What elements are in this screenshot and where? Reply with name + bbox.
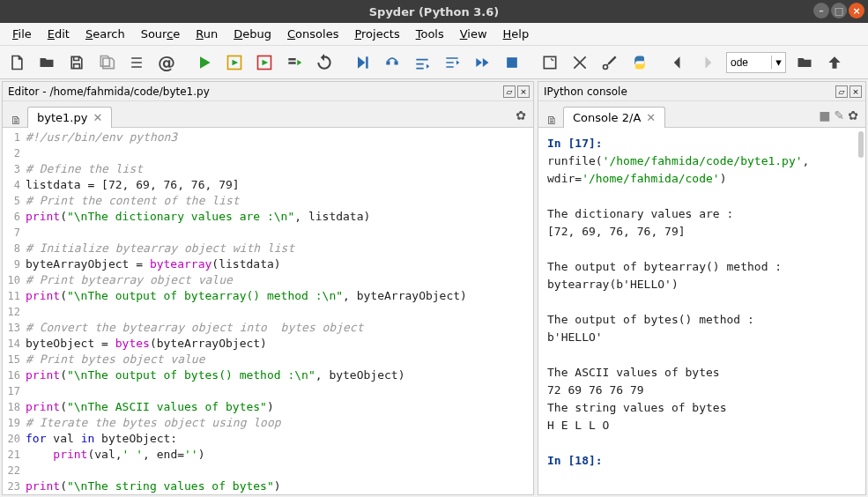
console-line — [547, 346, 857, 364]
console-undock-icon[interactable]: ▱ — [835, 85, 848, 98]
working-dir-combo[interactable]: ▾ — [726, 52, 786, 73]
editor-tab-close[interactable]: ✕ — [93, 111, 102, 124]
code-line[interactable]: 21 print(val,' ', end='') — [3, 447, 533, 463]
console-options-icon[interactable]: ✿ — [848, 108, 858, 122]
console-stop-icon[interactable]: ■ — [819, 108, 830, 122]
code-line[interactable]: 23print("\nThe string values of bytes") — [3, 478, 533, 494]
preferences-button[interactable] — [598, 51, 621, 74]
editor-options-icon[interactable]: ✿ — [516, 108, 526, 122]
tab-list-icon[interactable]: 🗎 — [8, 114, 24, 127]
working-dir-dropdown[interactable]: ▾ — [771, 56, 785, 69]
code-line[interactable]: 2 — [3, 145, 533, 161]
menu-search[interactable]: Search — [78, 24, 132, 44]
window-close-button[interactable]: × — [849, 3, 864, 19]
gutter: 4 — [3, 177, 26, 193]
open-file-button[interactable] — [35, 51, 58, 74]
code-line[interactable]: 20for val in byteObject: — [3, 431, 533, 447]
code-line[interactable]: 19# Iterate the bytes object using loop — [3, 415, 533, 431]
console-close-icon[interactable]: × — [849, 85, 862, 98]
code-line[interactable]: 16print("\nThe output of bytes() method … — [3, 367, 533, 383]
maximize-pane-button[interactable] — [538, 51, 561, 74]
python-path-button[interactable] — [628, 51, 651, 74]
debug-button[interactable] — [351, 51, 374, 74]
console-tab[interactable]: Console 2/A ✕ — [563, 107, 665, 128]
console-line: The output of bytearray() method : — [547, 258, 857, 276]
step-out-button[interactable] — [441, 51, 464, 74]
save-button[interactable] — [65, 51, 88, 74]
svg-rect-3 — [386, 61, 389, 64]
console-output[interactable]: In [17]: runfile('/home/fahmida/code/byt… — [538, 128, 865, 494]
fullscreen-button[interactable] — [568, 51, 591, 74]
code-line[interactable]: 18print("\nThe ASCII values of bytes") — [3, 399, 533, 415]
code-line[interactable]: 14byteObject = bytes(byteArrayObject) — [3, 336, 533, 352]
console-clear-icon[interactable]: ✎ — [835, 108, 845, 122]
menu-help[interactable]: Help — [496, 24, 537, 44]
menu-view[interactable]: View — [453, 24, 494, 44]
code-line[interactable]: 9byteArrayObject = bytearray(listdata) — [3, 256, 533, 272]
console-pane-title: IPython console ▱ × — [538, 82, 865, 101]
editor-tab[interactable]: byte1.py ✕ — [27, 107, 112, 128]
window-maximize-button[interactable]: □ — [831, 3, 847, 19]
back-button[interactable] — [666, 51, 689, 74]
parent-dir-button[interactable] — [823, 51, 846, 74]
run-cell-button[interactable] — [223, 51, 246, 74]
code-line[interactable]: 13# Convert the bytearray object into by… — [3, 320, 533, 336]
console-tab-list-icon[interactable]: 🗎 — [544, 114, 560, 127]
menu-consoles[interactable]: Consoles — [280, 24, 345, 44]
code-line[interactable]: 17 — [3, 383, 533, 399]
code-line[interactable]: 7 — [3, 225, 533, 241]
window-minimize-button[interactable]: – — [813, 3, 829, 19]
run-button[interactable] — [193, 51, 216, 74]
code-line[interactable]: 8# Initialize bytearray object with list — [3, 241, 533, 256]
gutter: 1 — [3, 130, 26, 145]
step-over-button[interactable] — [381, 51, 404, 74]
code-line[interactable]: 11print("\nThe output of bytearray() met… — [3, 288, 533, 304]
gutter: 15 — [3, 352, 26, 367]
outline-button[interactable] — [125, 51, 148, 74]
menu-source[interactable]: Source — [134, 24, 188, 44]
save-all-button[interactable] — [95, 51, 118, 74]
code-line[interactable]: 5# Print the content of the list — [3, 193, 533, 209]
gutter: 18 — [3, 399, 26, 415]
code-line[interactable]: 10# Print bytearray object value — [3, 272, 533, 288]
run-selection-button[interactable] — [283, 51, 306, 74]
continue-button[interactable] — [471, 51, 493, 74]
menu-file[interactable]: File — [5, 24, 39, 44]
editor-close-icon[interactable]: × — [517, 85, 530, 98]
menu-projects[interactable]: Projects — [347, 24, 406, 44]
editor-tabbar: 🗎 byte1.py ✕ ✿ — [3, 101, 533, 128]
gutter: 10 — [3, 272, 26, 288]
code-line[interactable]: 3# Define the list — [3, 161, 533, 177]
console-line: The ASCII values of bytes — [547, 364, 857, 382]
code-line[interactable]: 15# Print bytes object value — [3, 352, 533, 367]
code-line[interactable]: 12 — [3, 304, 533, 320]
working-dir-input[interactable] — [727, 55, 771, 70]
gutter: 6 — [3, 209, 26, 225]
code-line[interactable]: 4listdata = [72, 69, 76, 76, 79] — [3, 177, 533, 193]
restart-kernel-button[interactable] — [313, 51, 336, 74]
menu-run[interactable]: Run — [189, 24, 225, 44]
at-button[interactable]: @ — [155, 51, 178, 74]
console-line: 72 69 76 76 79 — [547, 382, 857, 399]
menu-debug[interactable]: Debug — [226, 24, 278, 44]
editor-undock-icon[interactable]: ▱ — [503, 85, 516, 98]
svg-rect-2 — [366, 56, 368, 68]
console-line — [547, 188, 857, 205]
console-line — [547, 293, 857, 311]
code-line[interactable]: 22 — [3, 463, 533, 478]
code-line[interactable]: 6print("\nThe dictionary values are :\n"… — [3, 209, 533, 225]
step-into-button[interactable] — [411, 51, 434, 74]
editor-code-area[interactable]: 1#!/usr/bin/env python323# Define the li… — [3, 128, 533, 494]
console-line: bytearray(b'HELLO') — [547, 276, 857, 293]
gutter: 2 — [3, 145, 26, 161]
new-file-button[interactable] — [5, 51, 28, 74]
browse-dir-button[interactable] — [793, 51, 816, 74]
menu-tools[interactable]: Tools — [409, 24, 451, 44]
gutter: 9 — [3, 256, 26, 272]
menu-edit[interactable]: Edit — [41, 24, 77, 44]
stop-button[interactable] — [501, 51, 523, 74]
run-cell-next-button[interactable] — [253, 51, 276, 74]
console-tab-close[interactable]: ✕ — [646, 111, 656, 124]
code-line[interactable]: 1#!/usr/bin/env python3 — [3, 130, 533, 145]
forward-button[interactable] — [696, 51, 719, 74]
